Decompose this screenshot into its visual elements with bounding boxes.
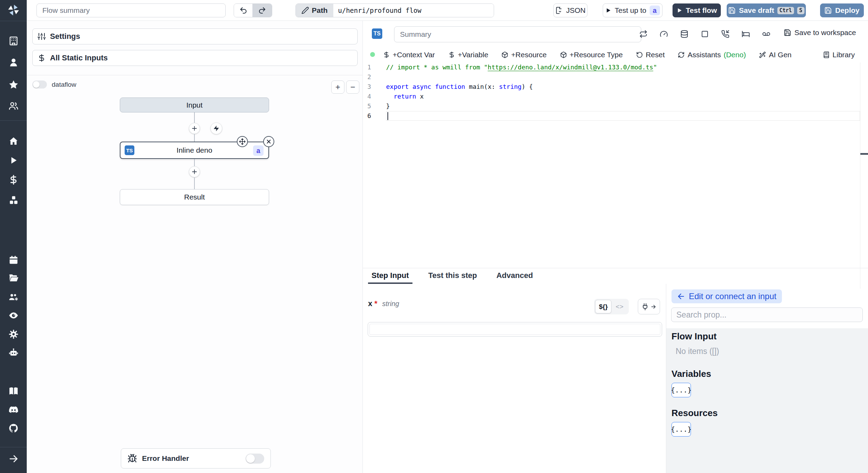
flow-settings-button[interactable]: Settings (32, 28, 358, 44)
code-line[interactable]: 4 return x (363, 92, 868, 101)
error-handler-node[interactable]: Error Handler (121, 448, 271, 468)
sidebar-expand-icon[interactable] (0, 454, 27, 464)
all-static-inputs-button[interactable]: All Static Inputs (32, 50, 358, 66)
graph-zoom-out-button[interactable]: − (346, 81, 359, 94)
code-editor[interactable]: 1// import * as wmill from "https://deno… (363, 62, 868, 289)
variables-object-chip[interactable]: {...} (671, 383, 691, 397)
insert-step-button[interactable] (189, 123, 200, 134)
tab-step-input[interactable]: Step Input (368, 268, 412, 284)
pencil-icon (301, 7, 309, 14)
code-line[interactable]: 5} (363, 101, 868, 111)
json-button[interactable]: JSON (553, 3, 587, 17)
sidebar-audit-logs-icon[interactable] (0, 310, 27, 321)
tab-test-this-step[interactable]: Test this step (425, 268, 481, 284)
add-variable-button[interactable]: +Variable (448, 51, 489, 59)
edit-or-connect-button[interactable]: Edit or connect an input (671, 289, 782, 303)
add-resource-type-label: +Resource Type (570, 51, 623, 59)
flow-node-result[interactable]: Result (120, 189, 269, 205)
code-line[interactable]: 1// import * as wmill from "https://deno… (363, 62, 868, 72)
insert-step-button[interactable] (189, 166, 200, 177)
save-to-workspace-button[interactable]: Save to workspace (784, 28, 856, 37)
plus-icon (191, 125, 198, 132)
cache-icon[interactable] (680, 30, 688, 38)
editor-header: TS Save (363, 21, 868, 47)
sidebar-schedules-icon[interactable] (0, 255, 27, 265)
trigger-button[interactable] (210, 123, 222, 134)
graph-zoom-in-button[interactable]: + (331, 81, 344, 94)
sidebar-home-icon[interactable] (0, 136, 27, 146)
sidebar-settings-icon[interactable] (0, 329, 27, 339)
test-up-to-button[interactable]: Test up to a (603, 3, 662, 17)
step-input-panel: x* string ${} <> (363, 284, 666, 473)
code-mode-button[interactable]: <> (611, 303, 627, 311)
connect-input-button[interactable] (638, 299, 660, 314)
sidebar-favorites-icon[interactable] (0, 79, 27, 90)
sidebar-runs-icon[interactable] (0, 155, 27, 166)
sleep-icon[interactable] (742, 30, 750, 38)
undo-button[interactable] (234, 4, 252, 17)
tab-advanced[interactable]: Advanced (493, 268, 536, 284)
save-to-workspace-label: Save to workspace (794, 28, 856, 37)
test-flow-button[interactable]: Test flow (673, 3, 721, 17)
reset-label: Reset (646, 51, 665, 59)
sidebar-github-icon[interactable] (0, 423, 27, 433)
error-handler-toggle[interactable] (245, 454, 264, 464)
flow-input-empty: No items ([]) (676, 347, 863, 356)
required-mark: * (374, 299, 377, 308)
mock-icon[interactable] (762, 30, 770, 38)
sidebar-resources-icon[interactable] (0, 195, 27, 205)
add-context-var-button[interactable]: +Context Var (383, 51, 435, 59)
suspend-icon[interactable] (721, 30, 729, 38)
flow-summary-input[interactable] (36, 3, 226, 17)
step-summary-input[interactable] (394, 26, 641, 42)
early-stop-icon[interactable] (701, 30, 709, 38)
move-step-button[interactable] (237, 136, 248, 147)
add-resource-button[interactable]: +Resource (501, 51, 546, 59)
overview-ruler[interactable] (860, 62, 868, 289)
play-icon (605, 7, 611, 14)
file-json-icon (555, 7, 563, 14)
code-line[interactable]: 2 (363, 72, 868, 82)
dataflow-toggle[interactable] (32, 81, 47, 88)
minus-icon: − (350, 82, 355, 92)
code-line[interactable]: 6 (363, 111, 868, 121)
flow-node-input[interactable]: Input (120, 98, 269, 112)
path-label: Path (312, 6, 328, 15)
path-input[interactable] (333, 4, 494, 17)
step-input-value[interactable] (369, 324, 660, 335)
code-line[interactable]: 3export async function main(x: string) { (363, 82, 868, 92)
sidebar-discord-icon[interactable] (0, 405, 27, 415)
flow-settings-label: Settings (50, 32, 80, 41)
sidebar-workers-icon[interactable] (0, 292, 27, 302)
resources-title: Resources (671, 408, 863, 419)
sidebar-docs-icon[interactable] (0, 386, 27, 396)
plus-icon (191, 168, 198, 175)
save-draft-button[interactable]: Save draft Ctrl S (727, 3, 806, 17)
sidebar-folders-icon[interactable] (0, 273, 27, 284)
windmill-logo-icon[interactable] (0, 3, 27, 17)
expr-mode-button[interactable]: ${} (595, 300, 611, 313)
redo-button[interactable] (252, 4, 272, 17)
rotate-ccw-icon (636, 51, 643, 58)
sidebar-workspace-icon[interactable] (0, 36, 27, 46)
dataflow-label: dataflow (52, 81, 76, 88)
reset-button[interactable]: Reset (636, 51, 665, 59)
input-mode-segmented: ${} <> (594, 299, 629, 314)
flow-edge (194, 177, 195, 189)
resources-object-chip[interactable]: {...} (671, 422, 691, 437)
sidebar-groups-icon[interactable] (0, 101, 27, 111)
concurrency-icon[interactable] (660, 30, 668, 38)
library-button[interactable]: Library (823, 47, 855, 62)
deploy-button[interactable]: Deploy (820, 3, 864, 17)
retries-icon[interactable] (639, 30, 648, 38)
delete-step-button[interactable] (263, 136, 274, 147)
sidebar-ai-icon[interactable] (0, 347, 27, 358)
ai-gen-button[interactable]: AI Gen (759, 51, 791, 59)
path-button[interactable]: Path (296, 4, 333, 17)
sidebar-user-icon[interactable] (0, 57, 27, 68)
field-type: string (382, 300, 399, 308)
sidebar-variables-icon[interactable] (0, 175, 27, 185)
search-prop-input[interactable] (671, 307, 863, 322)
add-resource-type-button[interactable]: +Resource Type (560, 51, 623, 59)
assistants-button[interactable]: Assistants (Deno) (678, 51, 746, 59)
